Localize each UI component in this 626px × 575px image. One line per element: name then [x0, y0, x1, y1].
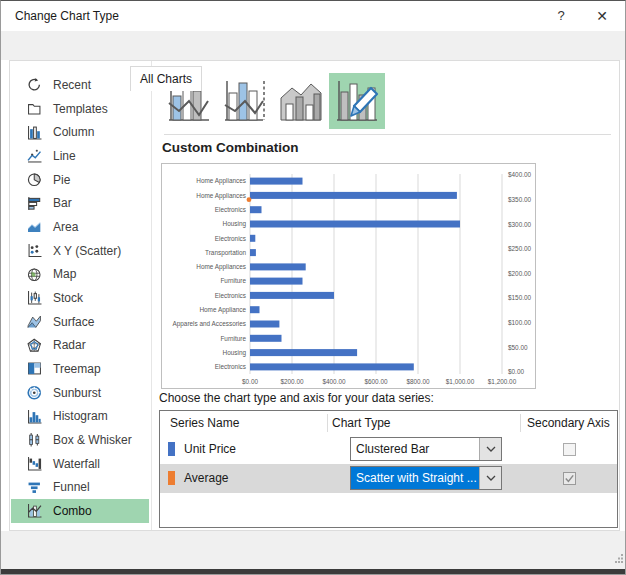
- subtype-heading: Custom Combination: [162, 140, 299, 155]
- sidebar-item-label: Funnel: [53, 480, 90, 494]
- scatter-icon: [27, 243, 42, 258]
- sidebar-item-recent[interactable]: Recent: [11, 73, 149, 97]
- sidebar-item-label: Bar: [53, 196, 72, 210]
- histogram-icon: [27, 409, 42, 424]
- svg-text:Furniture: Furniture: [220, 335, 246, 342]
- title-bar: Change Chart Type ? ✕: [1, 1, 625, 31]
- dropdown-arrow-button[interactable]: [479, 467, 501, 489]
- sidebar-divider: [151, 61, 152, 530]
- svg-text:$0.00: $0.00: [242, 378, 258, 385]
- close-icon[interactable]: ✕: [589, 4, 615, 28]
- sidebar-item-label: Waterfall: [53, 457, 100, 471]
- chevron-down-icon: [486, 471, 496, 485]
- tab-all-charts[interactable]: All Charts: [130, 66, 202, 91]
- chart-type-value: Scatter with Straight ...: [351, 467, 479, 489]
- sidebar-item-label: X Y (Scatter): [53, 244, 121, 258]
- series-table-header: Series Name Chart Type Secondary Axis: [160, 411, 617, 435]
- svg-text:$250.00: $250.00: [508, 245, 532, 252]
- svg-text:$0.00: $0.00: [508, 368, 524, 375]
- header-series-name: Series Name: [170, 416, 239, 430]
- combo-subtype-stacked-area-clustered-column[interactable]: [273, 73, 329, 129]
- sidebar-item-pie[interactable]: Pie: [11, 168, 149, 192]
- radar-icon: [27, 338, 42, 353]
- series-color-swatch: [168, 442, 175, 456]
- help-button[interactable]: ?: [548, 4, 574, 28]
- change-chart-type-dialog: Change Chart Type ? ✕ Recommended Charts…: [0, 0, 626, 575]
- svg-text:$600.00: $600.00: [364, 378, 388, 385]
- chart-type-value: Clustered Bar: [351, 438, 479, 460]
- check-icon: [564, 473, 575, 487]
- sidebar-item-funnel[interactable]: Funnel: [11, 475, 149, 499]
- resize-grip[interactable]: [614, 552, 624, 566]
- chart-type-dropdown[interactable]: Scatter with Straight ...: [350, 466, 502, 490]
- sidebar-item-box-whisker[interactable]: Box & Whisker: [11, 428, 149, 452]
- sidebar-item-waterfall[interactable]: Waterfall: [11, 452, 149, 476]
- chart-type-dropdown[interactable]: Clustered Bar: [350, 437, 502, 461]
- svg-text:Furniture: Furniture: [220, 277, 246, 284]
- secondary-axis-checkbox[interactable]: [563, 443, 576, 456]
- sidebar-item-bar[interactable]: Bar: [11, 191, 149, 215]
- series-name: Unit Price: [184, 435, 236, 464]
- combo-subtype-custom-combination[interactable]: [329, 73, 385, 129]
- sidebar-item-surface[interactable]: Surface: [11, 310, 149, 334]
- svg-text:$150.00: $150.00: [508, 294, 532, 301]
- sidebar-item-line[interactable]: Line: [11, 144, 149, 168]
- svg-text:Electronics: Electronics: [215, 292, 246, 299]
- sidebar-item-sunburst[interactable]: Sunburst: [11, 381, 149, 405]
- section-divider: [164, 134, 611, 135]
- svg-text:Apparels and Accessories: Apparels and Accessories: [172, 320, 246, 328]
- svg-text:Housing: Housing: [223, 349, 247, 357]
- chart-type-sidebar: RecentTemplatesColumnLinePieBarAreaX Y (…: [10, 73, 151, 523]
- sidebar-item-stock[interactable]: Stock: [11, 286, 149, 310]
- sidebar-item-radar[interactable]: Radar: [11, 333, 149, 357]
- series-row-average[interactable]: AverageScatter with Straight ...: [160, 464, 617, 493]
- sidebar-item-templates[interactable]: Templates: [11, 97, 149, 121]
- series-table: Series Name Chart Type Secondary Axis Un…: [159, 410, 618, 528]
- svg-text:Home Appliances: Home Appliances: [196, 177, 246, 185]
- custom-combination-icon: [335, 79, 379, 123]
- box-whisker-icon: [27, 432, 42, 447]
- series-row-unit-price[interactable]: Unit PriceClustered Bar: [160, 435, 617, 464]
- sidebar-item-label: Map: [53, 267, 76, 281]
- series-name: Average: [184, 464, 228, 493]
- sidebar-item-histogram[interactable]: Histogram: [11, 404, 149, 428]
- sidebar-item-label: Line: [53, 149, 76, 163]
- sidebar-item-label: Box & Whisker: [53, 433, 132, 447]
- sidebar-item-label: Templates: [53, 102, 108, 116]
- sidebar-item-treemap[interactable]: Treemap: [11, 357, 149, 381]
- series-color-swatch: [168, 471, 175, 485]
- sidebar-item-x-y-scatter[interactable]: X Y (Scatter): [11, 239, 149, 263]
- window-bottom-edge: [1, 569, 625, 574]
- bar-icon: [27, 196, 42, 211]
- sunburst-icon: [27, 385, 42, 400]
- combo-subtype-clustered-column-line-secondary-axis[interactable]: [217, 73, 273, 129]
- sidebar-item-map[interactable]: Map: [11, 262, 149, 286]
- svg-text:Transportation: Transportation: [205, 249, 246, 257]
- sidebar-item-column[interactable]: Column: [11, 120, 149, 144]
- sidebar-item-label: Surface: [53, 315, 94, 329]
- svg-text:Electronics: Electronics: [215, 206, 246, 213]
- chart-preview: Home AppliancesHome AppliancesElectronic…: [161, 163, 536, 389]
- svg-text:$50.00: $50.00: [508, 344, 528, 351]
- secondary-axis-checkbox[interactable]: [563, 472, 576, 485]
- svg-text:$800.00: $800.00: [406, 378, 430, 385]
- sidebar-item-label: Column: [53, 125, 94, 139]
- sidebar-item-combo[interactable]: Combo: [11, 499, 149, 523]
- chevron-down-icon: [486, 442, 496, 456]
- svg-text:$200.00: $200.00: [508, 270, 532, 277]
- funnel-icon: [27, 480, 42, 495]
- sidebar-item-label: Histogram: [53, 409, 108, 423]
- waterfall-icon: [27, 456, 42, 471]
- pie-icon: [27, 172, 42, 187]
- dropdown-arrow-button[interactable]: [479, 438, 501, 460]
- header-divider: [327, 414, 328, 432]
- svg-text:$1,200.00: $1,200.00: [488, 378, 517, 385]
- sidebar-item-label: Radar: [53, 338, 86, 352]
- sidebar-item-label: Treemap: [53, 362, 101, 376]
- svg-text:$350.00: $350.00: [508, 196, 532, 203]
- svg-text:Electronics: Electronics: [215, 363, 246, 370]
- sidebar-item-label: Pie: [53, 173, 70, 187]
- stock-icon: [27, 290, 42, 305]
- svg-text:$200.00: $200.00: [280, 378, 304, 385]
- sidebar-item-area[interactable]: Area: [11, 215, 149, 239]
